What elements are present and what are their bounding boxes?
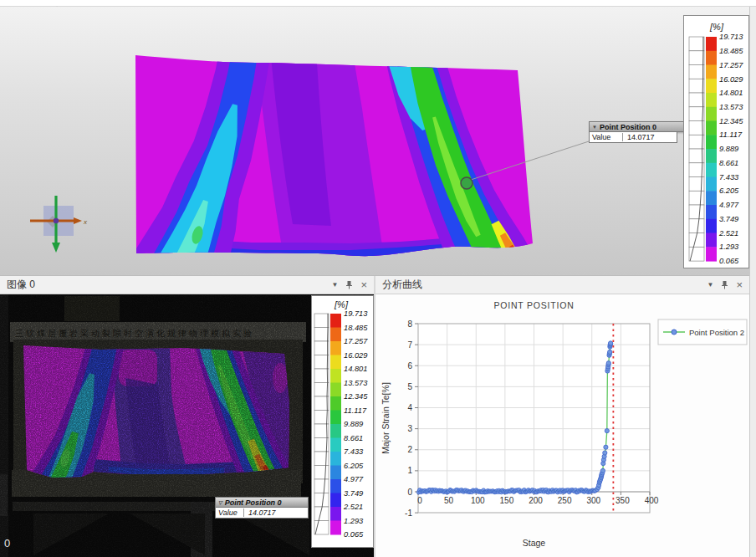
color-bar-segment [706, 135, 717, 149]
close-icon[interactable]: × [360, 279, 367, 290]
image-panel-header[interactable]: 图像 0 ▼ × [0, 276, 374, 294]
y-tick-label: 3 [407, 424, 412, 433]
pin-icon[interactable] [345, 280, 353, 289]
x-axis-title: Stage [523, 538, 546, 548]
x-axis-label: x [83, 218, 88, 226]
scale-value: 1.293 [344, 517, 364, 525]
color-scale-legend-image: [%]19.71318.48517.25716.02914.80113.5731… [311, 295, 374, 551]
tooltip-title: Point Position 0 [225, 498, 282, 507]
histogram-cell [689, 51, 704, 65]
scale-value: 2.521 [718, 229, 738, 238]
color-bar-segment [330, 507, 341, 521]
tooltip-header[interactable]: ▼Point Position 0 [589, 121, 691, 132]
scale-value: 4.977 [344, 475, 364, 483]
scale-value: 4.977 [719, 201, 739, 209]
unit-label: [%] [334, 299, 349, 309]
point-tooltip-3d[interactable]: ▼Point Position 0 Value14.0717 [589, 121, 691, 143]
scale-value: 3.749 [344, 489, 363, 498]
chart-legend: Point Position 2 [658, 319, 747, 345]
histogram-cell [689, 121, 704, 135]
x-tick-label: 0 [417, 496, 422, 505]
scale-value: 18.485 [344, 324, 368, 332]
color-bar-segment [330, 411, 341, 425]
scale-value: 16.029 [719, 75, 743, 84]
histogram-cell [314, 466, 329, 480]
collapse-arrow-icon[interactable]: ▽ [218, 499, 222, 505]
right-dock-strip[interactable] [749, 7, 756, 557]
histogram-cell [689, 107, 704, 121]
color-bar-segment [706, 205, 717, 219]
collapse-arrow-icon[interactable]: ▼ [592, 125, 597, 130]
color-bar-segment [706, 163, 717, 177]
unit-label: [%] [709, 22, 724, 32]
histogram-cell [314, 396, 329, 411]
tooltip-value: 14.0717 [244, 508, 276, 517]
scale-value: 11.117 [719, 130, 743, 139]
panel-menu-icon[interactable]: ▼ [331, 282, 338, 289]
color-bar-segment [706, 51, 717, 65]
y-axis-title: Major Strain Te[%] [381, 382, 391, 454]
color-scale-legend-3d: [%]19.71318.48517.25716.02914.80113.5731… [683, 15, 749, 272]
scale-value: 6.205 [719, 187, 739, 195]
color-bar-segment [706, 247, 717, 261]
color-bar-segment [706, 219, 717, 233]
histogram-cell [314, 493, 329, 508]
histogram-cell [314, 369, 329, 383]
color-bar-segment [330, 369, 341, 383]
pin-icon[interactable] [721, 280, 728, 289]
tooltip-value-label: Value [590, 133, 623, 141]
camera-image[interactable]: 三软煤层覆岩采动裂隙时空演化规律物理模拟实验 ▽Point Position 0… [0, 294, 374, 557]
point-marker [461, 177, 472, 189]
histogram-cell [314, 521, 329, 535]
color-bar-segment [330, 383, 341, 397]
analysis-curves-panel: 分析曲线 ▼ × POINT POSITIONMajor Strain Te[%… [375, 276, 749, 557]
tooltip-title: Point Position 0 [600, 123, 656, 131]
scale-value: 9.889 [719, 145, 738, 153]
scale-value: 19.713 [719, 33, 743, 41]
color-bar-segment [330, 341, 341, 355]
color-bar-segment [330, 314, 341, 328]
color-bar-segment [330, 438, 341, 452]
chart-title: POINT POSITION [493, 300, 574, 310]
scale-value: 16.029 [344, 351, 367, 360]
panel-menu-icon[interactable]: ▼ [707, 282, 713, 289]
scale-value: 7.433 [344, 447, 364, 456]
histogram-cell [314, 355, 329, 370]
color-bar-segment [330, 466, 341, 480]
color-bar-segment [330, 396, 341, 411]
image-panel: 图像 0 ▼ × 三软煤层覆岩采动裂隙时空演化规律物理模拟实验 ▽Point [0, 276, 374, 557]
histogram-cell [314, 328, 329, 342]
tooltip-value-label: Value [216, 508, 244, 517]
point-tooltip-image[interactable]: ▽Point Position 0 Value14.0717 [215, 497, 309, 519]
3d-viewport[interactable]: x ▼Point Position 0 Value14.0717 [%]19.7… [0, 7, 756, 276]
x-tick-label: 100 [471, 496, 485, 505]
axis-triad: x [30, 196, 88, 253]
chart-area[interactable]: POINT POSITIONMajor Strain Te[%]Stage-10… [375, 294, 749, 557]
color-bar-segment [330, 355, 341, 370]
histogram-cell [689, 79, 704, 93]
histogram-cell [314, 314, 329, 328]
stage-number: 0 [4, 537, 10, 549]
color-bar-segment [330, 424, 341, 438]
color-bar-segment [706, 79, 717, 93]
image-panel-title: 图像 0 [0, 278, 35, 292]
tooltip-value-row: Value14.0717 [215, 508, 309, 519]
scale-value: 0.065 [719, 257, 739, 265]
x-tick-label: 50 [444, 496, 454, 505]
x-tick-label: 200 [529, 496, 543, 505]
color-bar-segment [706, 93, 717, 107]
scale-value: 7.433 [719, 173, 739, 181]
y-tick-label: -1 [405, 508, 412, 518]
y-tick-label: 7 [407, 340, 412, 350]
scale-value: 2.521 [343, 503, 363, 511]
tooltip-header[interactable]: ▽Point Position 0 [215, 497, 309, 508]
chart-panel-header[interactable]: 分析曲线 ▼ × [375, 276, 749, 294]
close-icon[interactable]: × [736, 279, 743, 290]
x-tick-label: 150 [500, 496, 514, 505]
scale-value: 9.889 [344, 420, 363, 428]
color-bar-segment [706, 149, 717, 163]
collapsed-ribbon[interactable] [0, 0, 756, 7]
scale-value: 6.205 [344, 462, 364, 470]
x-tick-label: 350 [616, 496, 630, 505]
histogram-cell [689, 247, 704, 261]
